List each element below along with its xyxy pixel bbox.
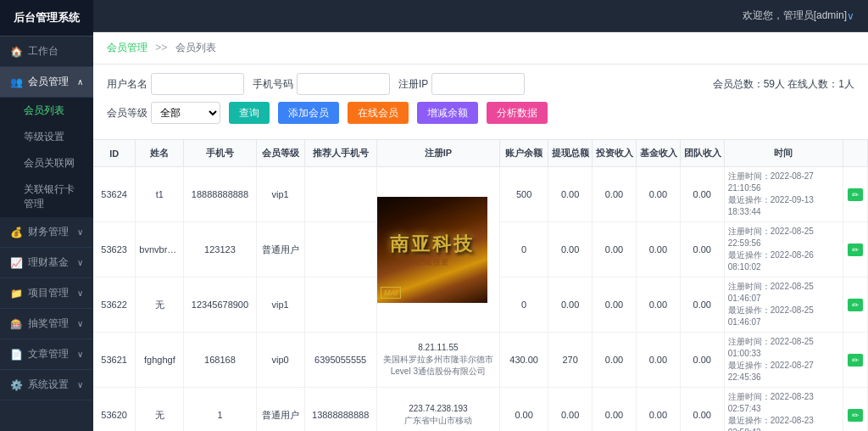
filter-level: 会员等级 全部 vip0 vip1 vip9 普通用户 bbox=[107, 102, 220, 124]
content: 会员管理 >> 会员列表 用户名名 手机号码 注册IP 会员总数：59人 在线 bbox=[93, 32, 868, 431]
table-row: 53624t118888888888vip1 南亚科技 王城·投资 MAt 50… bbox=[93, 167, 868, 222]
cell-level: 普通用户 bbox=[256, 222, 304, 277]
cell-invest: 0.00 bbox=[593, 333, 637, 388]
sidebar-sub-member-network[interactable]: 会员关联网 bbox=[0, 150, 93, 176]
filter-stats: 会员总数：59人 在线人数：1人 bbox=[713, 77, 854, 92]
sidebar-sub-level-setting[interactable]: 等级设置 bbox=[0, 124, 93, 150]
analysis-button[interactable]: 分析数据 bbox=[487, 102, 548, 124]
article-arrow: ∨ bbox=[77, 350, 83, 359]
breadcrumb: 会员管理 >> 会员列表 bbox=[93, 32, 868, 64]
cell-ref-phone bbox=[304, 167, 376, 222]
cell-team: 0.00 bbox=[680, 277, 724, 333]
table-wrapper: ID 姓名 手机号 会员等级 推荐人手机号 注册IP 账户余额 提现总额 投资收… bbox=[93, 140, 868, 431]
sidebar-item-fund[interactable]: 📈 理财基金 ∨ bbox=[0, 248, 93, 278]
cell-id: 53620 bbox=[93, 388, 136, 432]
project-icon: 📁 bbox=[10, 288, 23, 299]
cell-name: 无 bbox=[136, 277, 184, 333]
add-member-button[interactable]: 添加会员 bbox=[278, 102, 339, 124]
sidebar-sub-bank-card[interactable]: 关联银行卡管理 bbox=[0, 176, 93, 217]
sidebar-item-system[interactable]: ⚙️ 系统设置 ∨ bbox=[0, 370, 93, 400]
action-button[interactable]: ✏ bbox=[848, 299, 863, 311]
cell-fund: 0.00 bbox=[636, 388, 680, 432]
filter-phone: 手机号码 bbox=[253, 73, 390, 95]
finance-icon: 💰 bbox=[10, 227, 23, 238]
cell-team: 0.00 bbox=[680, 167, 724, 222]
cell-team: 0.00 bbox=[680, 222, 724, 277]
action-button[interactable]: ✏ bbox=[848, 409, 863, 422]
table-body: 53624t118888888888vip1 南亚科技 王城·投资 MAt 50… bbox=[93, 167, 868, 432]
game-subtitle: 王城·投资 bbox=[390, 257, 475, 268]
cell-time: 注册时间：2022-08-25 22:59:56最近操作：2022-08-26 … bbox=[724, 222, 843, 277]
th-fund: 基金收入 bbox=[636, 140, 680, 167]
sidebar-sub-member-list[interactable]: 会员列表 bbox=[0, 98, 93, 124]
username-label: 用户名名 bbox=[107, 77, 147, 92]
fund-arrow: ∨ bbox=[77, 258, 83, 267]
th-id: ID bbox=[93, 140, 136, 167]
cell-id: 53621 bbox=[93, 333, 136, 388]
cell-ip: 223.74.238.193广东省中山市移动 bbox=[376, 388, 499, 432]
cell-withdraw: 270 bbox=[548, 333, 593, 388]
article-icon: 📄 bbox=[10, 349, 23, 361]
cell-phone: 18888888888 bbox=[184, 167, 256, 222]
cell-ip: 8.21.11.55美国科罗拉多州市隆菲尔德市Level 3通信股份有限公司 bbox=[376, 333, 499, 388]
level-label: 会员等级 bbox=[107, 106, 147, 120]
game-title: 南亚科技 bbox=[390, 232, 475, 257]
th-balance: 账户余额 bbox=[500, 140, 548, 167]
cell-fund: 0.00 bbox=[636, 277, 680, 333]
breadcrumb-current: 会员列表 bbox=[175, 42, 216, 53]
sidebar-section-member: 👥 会员管理 ∧ 会员列表 等级设置 会员关联网 关联银行卡管理 bbox=[0, 67, 93, 217]
sidebar-item-workbench[interactable]: 🏠 工作台 bbox=[0, 36, 93, 67]
table-header-row: ID 姓名 手机号 会员等级 推荐人手机号 注册IP 账户余额 提现总额 投资收… bbox=[93, 140, 868, 167]
sidebar-item-project[interactable]: 📁 项目管理 ∨ bbox=[0, 278, 93, 309]
cell-ref-phone: 6395055555 bbox=[304, 333, 376, 388]
th-action bbox=[843, 140, 867, 167]
cell-fund: 0.00 bbox=[636, 167, 680, 222]
cell-level: vip1 bbox=[256, 277, 304, 333]
th-ref: 推荐人手机号 bbox=[304, 140, 376, 167]
finance-arrow: ∨ bbox=[77, 227, 83, 237]
ip-input[interactable] bbox=[431, 73, 525, 95]
username-input[interactable] bbox=[151, 73, 244, 95]
cell-team: 0.00 bbox=[680, 333, 724, 388]
member-arrow: ∧ bbox=[77, 77, 83, 87]
action-button[interactable]: ✏ bbox=[848, 243, 863, 256]
sidebar-logo: 后台管理系统 bbox=[0, 0, 93, 36]
sidebar-item-member[interactable]: 👥 会员管理 ∧ bbox=[0, 67, 93, 98]
cell-name: 无 bbox=[136, 388, 184, 432]
header: 欢迎您，管理员[admin] ∨ bbox=[93, 0, 868, 32]
action-button[interactable]: ✏ bbox=[848, 354, 863, 367]
sidebar-item-lottery[interactable]: 🎰 抽奖管理 ∨ bbox=[0, 309, 93, 339]
ip-label: 注册IP bbox=[398, 77, 428, 92]
cell-level: 普通用户 bbox=[256, 388, 304, 432]
batch-balance-button[interactable]: 增减余额 bbox=[417, 102, 478, 124]
sidebar-item-article[interactable]: 📄 文章管理 ∨ bbox=[0, 339, 93, 370]
filter-username: 用户名名 bbox=[107, 73, 244, 95]
cell-id: 53622 bbox=[93, 277, 136, 333]
action-button[interactable]: ✏ bbox=[848, 188, 863, 201]
sidebar-item-finance[interactable]: 💰 财务管理 ∨ bbox=[0, 217, 93, 248]
filter-ip: 注册IP bbox=[398, 73, 525, 95]
cell-balance: 0 bbox=[500, 222, 548, 277]
th-invest: 投资收入 bbox=[593, 140, 637, 167]
cell-time: 注册时间：2022-08-25 01:00:33最近操作：2022-08-27 … bbox=[724, 333, 843, 388]
phone-input[interactable] bbox=[297, 73, 390, 95]
cell-time: 注册时间：2022-08-27 21:10:56最近操作：2022-09-13 … bbox=[724, 167, 843, 222]
lottery-icon: 🎰 bbox=[10, 318, 23, 330]
query-button[interactable]: 查询 bbox=[229, 102, 270, 124]
cell-phone: 1 bbox=[184, 388, 256, 432]
mat-label: MAt bbox=[381, 287, 401, 299]
member-icon: 👥 bbox=[10, 76, 23, 88]
system-icon: ⚙️ bbox=[10, 379, 23, 391]
welcome-text: 欢迎您，管理员[admin] bbox=[743, 8, 847, 23]
game-banner-image: 南亚科技 王城·投资 MAt bbox=[377, 197, 487, 303]
main-area: 欢迎您，管理员[admin] ∨ 会员管理 >> 会员列表 用户名名 手机号码 bbox=[93, 0, 868, 431]
cell-team: 0.00 bbox=[680, 388, 724, 432]
cell-action: ✏ bbox=[843, 277, 867, 333]
username-dropdown[interactable]: ∨ bbox=[847, 10, 854, 22]
level-select[interactable]: 全部 vip0 vip1 vip9 普通用户 bbox=[151, 102, 220, 124]
breadcrumb-root[interactable]: 会员管理 bbox=[107, 42, 147, 53]
phone-label: 手机号码 bbox=[253, 77, 293, 92]
cell-invest: 0.00 bbox=[593, 277, 637, 333]
sidebar: 后台管理系统 🏠 工作台 👥 会员管理 ∧ 会员列表 等级设置 会员关联网 关联… bbox=[0, 0, 93, 431]
online-member-button[interactable]: 在线会员 bbox=[348, 102, 409, 124]
